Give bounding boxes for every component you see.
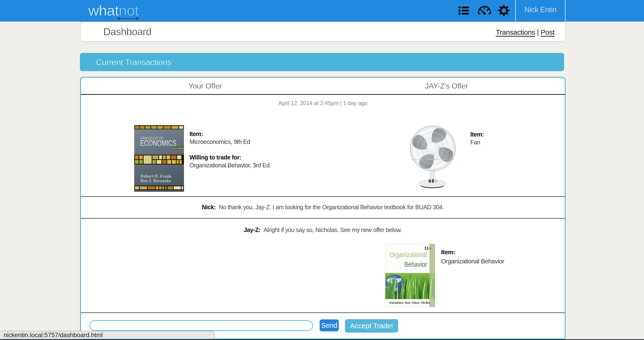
svg-text:Robert H. Frank: Robert H. Frank xyxy=(140,174,172,179)
svg-text:11/e: 11/e xyxy=(424,246,432,250)
svg-text:Ben S. Bernanke: Ben S. Bernanke xyxy=(140,178,171,183)
svg-text:Organizational: Organizational xyxy=(390,251,427,259)
svg-text:Schermerhorn / Hunt / Osborn /: Schermerhorn / Hunt / Osborn / Uhl-Bien xyxy=(389,301,430,304)
svg-text:ECONOMICS: ECONOMICS xyxy=(140,139,176,148)
svg-text:Brief Edition: Brief Edition xyxy=(173,147,184,149)
svg-text:Behavior: Behavior xyxy=(404,260,427,268)
